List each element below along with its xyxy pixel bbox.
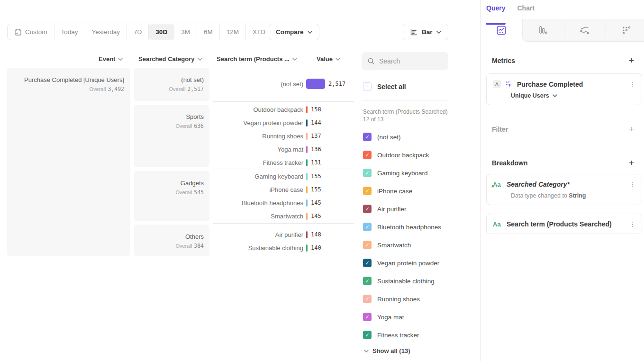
legend-search[interactable] bbox=[362, 52, 448, 70]
kebab-menu-icon[interactable]: ⋮ bbox=[629, 181, 636, 188]
report-type-retention[interactable] bbox=[606, 19, 644, 42]
bar-row[interactable]: (not set) 2,517 bbox=[213, 77, 355, 90]
checkbox-checked[interactable]: ✓ bbox=[363, 331, 372, 339]
category-block-gadgets[interactable]: Gadgets Overall545 bbox=[134, 171, 209, 221]
checkbox-checked[interactable]: ✓ bbox=[363, 223, 372, 231]
category-block-not-set[interactable]: (not set) Overall2,517 bbox=[134, 68, 209, 101]
checkbox-checked[interactable]: ✓ bbox=[363, 241, 372, 249]
add-metric-button[interactable]: + bbox=[629, 56, 634, 65]
bar[interactable] bbox=[306, 79, 325, 89]
legend-item[interactable]: ✓ (not set) bbox=[363, 128, 472, 146]
tab-chart[interactable]: Chart bbox=[517, 4, 535, 16]
chevron-down-icon bbox=[308, 31, 312, 34]
bar[interactable] bbox=[306, 133, 308, 140]
event-block[interactable]: Purchase Completed [Unique Users] Overal… bbox=[7, 68, 130, 256]
legend-item[interactable]: ✓ Sustainable clothing bbox=[363, 272, 472, 290]
bar[interactable] bbox=[306, 173, 308, 180]
bar-row[interactable]: Air purifier 148 bbox=[213, 228, 355, 241]
breakdown-card-search-term[interactable]: Aa Search term (Products Searched) ⋮ bbox=[486, 214, 642, 234]
kebab-menu-icon[interactable]: ⋮ bbox=[629, 221, 636, 227]
date-range-picker: Custom Today Yesterday 7D 30D 3M 6M 12M … bbox=[7, 24, 281, 40]
bar[interactable] bbox=[306, 146, 308, 153]
bar-row[interactable]: Vegan protein powder 144 bbox=[213, 116, 355, 129]
metric-card[interactable]: A Purchase Completed ⋮ Unique Users bbox=[486, 73, 642, 105]
compare-button[interactable]: Compare bbox=[269, 24, 319, 40]
date-range-6m[interactable]: 6M bbox=[197, 24, 220, 40]
date-range-3m[interactable]: 3M bbox=[174, 24, 197, 40]
legend-item[interactable]: ✓ Yoga mat bbox=[363, 308, 472, 326]
bar[interactable] bbox=[306, 119, 308, 126]
bar-row[interactable]: Outdoor backpack 158 bbox=[213, 103, 355, 116]
category-block-sports[interactable]: Sports Overall636 bbox=[134, 105, 209, 167]
category-block-others[interactable]: Others Overall384 bbox=[134, 225, 209, 256]
report-type-funnels[interactable] bbox=[522, 19, 564, 42]
show-all-button[interactable]: Show all (13) bbox=[364, 347, 410, 354]
bar-row[interactable]: Bluetooth headphones 145 bbox=[213, 196, 355, 209]
date-range-today[interactable]: Today bbox=[54, 24, 85, 40]
kebab-menu-icon[interactable]: ⋮ bbox=[629, 81, 636, 88]
checkbox-checked[interactable]: ✓ bbox=[363, 295, 372, 303]
add-breakdown-button[interactable]: + bbox=[629, 158, 634, 167]
checkbox-checked[interactable]: ✓ bbox=[363, 151, 372, 159]
bar[interactable] bbox=[306, 244, 308, 252]
chevron-down-icon bbox=[553, 94, 557, 97]
legend-item[interactable]: ✓ Bluetooth headphones bbox=[363, 218, 472, 236]
checkbox-checked[interactable]: ✓ bbox=[363, 133, 372, 141]
legend-item[interactable]: ✓ iPhone case bbox=[363, 182, 472, 200]
bar-row[interactable]: Fitness tracker 131 bbox=[213, 156, 355, 169]
bar-row[interactable]: Smartwatch 145 bbox=[213, 209, 355, 223]
bar-row[interactable]: Running shoes 137 bbox=[213, 129, 355, 143]
report-type-insights-active[interactable] bbox=[481, 19, 522, 42]
select-all-row[interactable]: − Select all bbox=[363, 82, 406, 91]
checkbox-checked[interactable]: ✓ bbox=[363, 205, 372, 213]
bar[interactable] bbox=[306, 159, 308, 166]
funnels-icon bbox=[537, 25, 549, 36]
tab-query[interactable]: Query bbox=[486, 4, 505, 16]
add-filter-button[interactable]: + bbox=[629, 125, 634, 134]
legend-item[interactable]: ✓ Air purifier bbox=[363, 200, 472, 218]
checkbox-checked[interactable]: ✓ bbox=[363, 313, 372, 321]
legend-item[interactable]: ✓ Fitness tracker bbox=[363, 326, 472, 344]
bar[interactable] bbox=[306, 186, 308, 193]
chevron-down-icon bbox=[292, 58, 297, 61]
divider bbox=[362, 100, 448, 100]
bar[interactable] bbox=[306, 199, 308, 207]
report-type-flows[interactable] bbox=[564, 19, 606, 42]
breakdown-card-searched-category[interactable]: Aa* Searched Category* ⋮ Data type chang… bbox=[486, 174, 642, 205]
checkbox-checked[interactable]: ✓ bbox=[363, 259, 372, 267]
panel-divider bbox=[358, 47, 358, 361]
column-header-event[interactable]: Event bbox=[99, 55, 123, 63]
breakdown-title: Breakdown bbox=[492, 159, 527, 167]
chevron-down-icon bbox=[364, 350, 369, 352]
chevron-down-icon bbox=[436, 31, 441, 34]
bar-row[interactable]: Sustainable clothing 140 bbox=[213, 241, 355, 254]
date-range-yesterday[interactable]: Yesterday bbox=[85, 24, 127, 40]
bar[interactable] bbox=[306, 213, 308, 220]
legend-item[interactable]: ✓ Gaming keyboard bbox=[363, 164, 472, 182]
chevron-down-icon bbox=[336, 58, 340, 61]
chart-type-dropdown[interactable]: Bar bbox=[403, 24, 448, 40]
bar-row[interactable]: iPhone case 155 bbox=[213, 183, 355, 196]
column-header-category[interactable]: Searched Category bbox=[138, 55, 202, 63]
bar-row[interactable]: Gaming keyboard 155 bbox=[213, 170, 355, 183]
checkbox-checked[interactable]: ✓ bbox=[363, 187, 372, 195]
legend-item[interactable]: ✓ Vegan protein powder bbox=[363, 254, 472, 272]
column-header-term[interactable]: Search term (Products ... bbox=[217, 55, 297, 63]
panel-divider bbox=[480, 0, 481, 361]
legend-item[interactable]: ✓ Outdoor backpack bbox=[363, 146, 472, 164]
select-all-checkbox-indeterminate[interactable]: − bbox=[363, 82, 372, 91]
date-range-custom[interactable]: Custom bbox=[8, 24, 54, 40]
search-input[interactable] bbox=[379, 57, 436, 65]
bar-row[interactable]: Yoga mat 136 bbox=[213, 143, 355, 156]
legend-item[interactable]: ✓ Running shoes bbox=[363, 290, 472, 308]
date-range-7d[interactable]: 7D bbox=[127, 24, 149, 40]
measure-dropdown[interactable]: Unique Users bbox=[493, 92, 636, 99]
date-range-12m[interactable]: 12M bbox=[220, 24, 246, 40]
date-range-30d-selected[interactable]: 30D bbox=[149, 24, 174, 40]
legend-item[interactable]: ✓ Smartwatch bbox=[363, 236, 472, 254]
checkbox-checked[interactable]: ✓ bbox=[363, 277, 372, 285]
column-header-value[interactable]: Value bbox=[317, 55, 340, 63]
bar[interactable] bbox=[306, 231, 308, 238]
checkbox-checked[interactable]: ✓ bbox=[363, 169, 372, 177]
bar[interactable] bbox=[306, 106, 308, 113]
